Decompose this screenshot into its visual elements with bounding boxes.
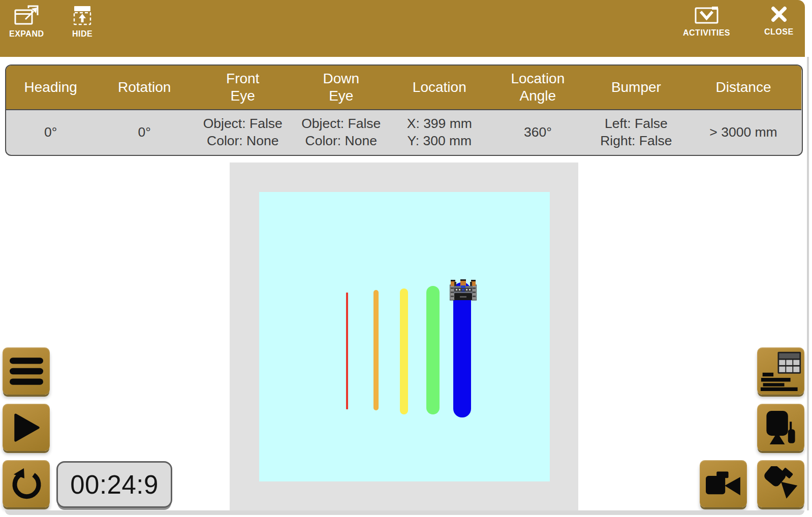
header-line: Heading: [24, 79, 77, 96]
tilted-camera-icon: [762, 466, 800, 502]
play-icon: [11, 412, 42, 443]
header-line: Location: [511, 70, 565, 87]
column-header: Heading: [6, 66, 95, 110]
column-value: > 3000 mm: [685, 110, 802, 155]
timer-value: 00:24:9: [70, 470, 159, 500]
reset-icon: [10, 468, 43, 500]
video-camera-button[interactable]: [700, 460, 747, 507]
header-line: Rotation: [118, 79, 171, 96]
expand-button[interactable]: EXPAND: [9, 5, 44, 39]
column-value: Object: False Color: None: [292, 110, 390, 155]
sensor-column-front-eye: Front Eye Object: False Color: None: [194, 66, 292, 155]
expand-label: EXPAND: [9, 29, 44, 39]
monitor-pen-button[interactable]: [757, 404, 804, 451]
value-line: 0°: [44, 124, 57, 141]
robot-sprite[interactable]: [450, 279, 477, 301]
menu-button[interactable]: [3, 347, 50, 395]
hide-label: HIDE: [72, 29, 92, 39]
panel-bottom-edge: [5, 510, 804, 515]
value-line: Right: False: [600, 133, 672, 150]
column-header: Rotation: [95, 66, 194, 110]
header-line: Eye: [231, 87, 255, 105]
robot-simulator-window: EXPAND HIDE ACTIVITIES: [0, 0, 812, 517]
activities-icon: [695, 5, 719, 24]
close-icon: [770, 5, 788, 23]
sensor-column-distance: Distance > 3000 mm: [685, 66, 802, 155]
column-value: 0°: [95, 110, 194, 155]
column-value: X: 399 mm Y: 300 mm: [390, 110, 489, 155]
value-line: Object: False: [203, 115, 283, 133]
blue-line: [453, 282, 471, 417]
tilted-camera-button[interactable]: [757, 460, 804, 507]
activities-label: ACTIVITIES: [683, 28, 730, 38]
value-line: Color: None: [207, 133, 278, 150]
reset-button[interactable]: [3, 460, 50, 507]
sensor-column-down-eye: Down Eye Object: False Color: None: [292, 66, 390, 155]
hide-button[interactable]: HIDE: [71, 5, 93, 39]
value-line: Y: 300 mm: [407, 133, 472, 150]
expand-icon: [14, 5, 39, 25]
header-line: Eye: [329, 87, 353, 105]
value-line: Object: False: [301, 115, 381, 133]
topbar: EXPAND HIDE ACTIVITIES: [0, 0, 805, 57]
column-value: Object: False Color: None: [194, 110, 292, 155]
value-line: 0°: [138, 124, 150, 141]
monitor-pen-icon: [763, 410, 799, 445]
column-value: 0°: [6, 110, 95, 155]
header-line: Front: [226, 70, 259, 87]
value-line: > 3000 mm: [709, 124, 777, 141]
play-button[interactable]: [3, 404, 50, 451]
column-header: Front Eye: [194, 66, 292, 110]
column-header: Bumper: [587, 66, 685, 110]
sensor-table: Heading 0° Rotation 0° Front Eye: [5, 64, 803, 156]
data-table-button[interactable]: [757, 347, 804, 395]
column-header: Location: [390, 66, 489, 110]
column-header: Down Eye: [292, 66, 390, 110]
video-camera-icon: [706, 470, 741, 498]
hide-icon: [71, 5, 93, 25]
activities-button[interactable]: ACTIVITIES: [683, 5, 730, 38]
header-line: Location: [413, 79, 466, 96]
data-table-icon: [760, 351, 802, 391]
value-line: Left: False: [605, 115, 668, 133]
orange-line: [373, 290, 379, 410]
scrollbar-track[interactable]: [807, 57, 809, 510]
header-line: Bumper: [611, 79, 661, 96]
header-line: Angle: [520, 87, 556, 105]
yellow-line: [400, 288, 408, 414]
column-header: Location Angle: [489, 66, 587, 110]
menu-icon: [10, 357, 43, 386]
column-value: 360°: [489, 110, 587, 155]
sensor-column-rotation: Rotation 0°: [95, 66, 194, 155]
value-line: Color: None: [305, 133, 377, 150]
sensor-column-heading: Heading 0°: [6, 66, 95, 155]
sensor-column-location-angle: Location Angle 360°: [489, 66, 587, 155]
sensor-column-location: Location X: 399 mm Y: 300 mm: [390, 66, 489, 155]
column-value: Left: False Right: False: [587, 110, 685, 155]
column-header: Distance: [685, 66, 802, 110]
header-line: Down: [323, 70, 359, 87]
close-button[interactable]: CLOSE: [764, 5, 794, 37]
close-label: CLOSE: [764, 27, 794, 37]
value-line: X: 399 mm: [407, 115, 472, 133]
sensor-column-bumper: Bumper Left: False Right: False: [587, 66, 685, 155]
red-line: [346, 293, 348, 409]
value-line: 360°: [524, 124, 552, 141]
timer-display: 00:24:9: [56, 461, 172, 508]
header-line: Distance: [716, 79, 771, 96]
green-line: [426, 286, 440, 414]
